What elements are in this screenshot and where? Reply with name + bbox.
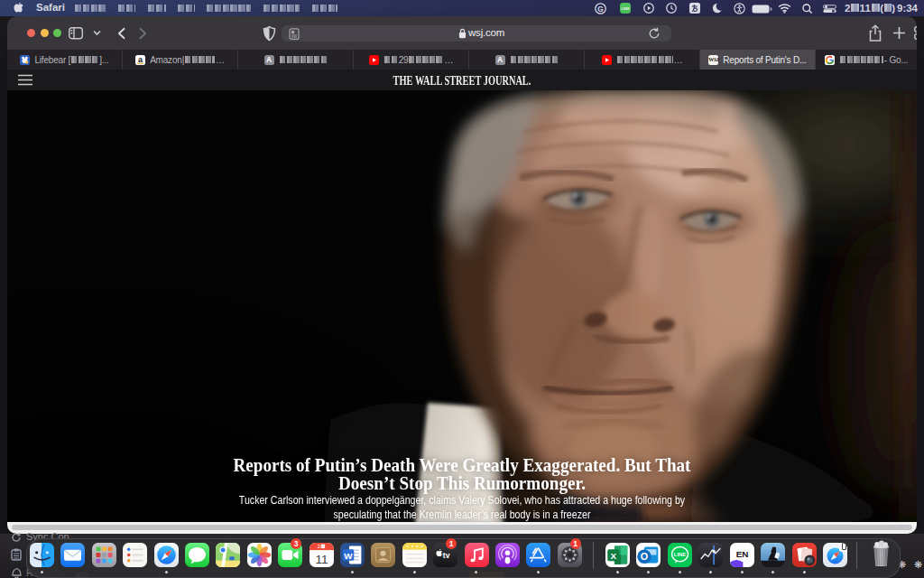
svg-text:2: 2 — [317, 544, 319, 549]
svg-text:tv: tv — [443, 551, 450, 560]
svg-text:EN: EN — [735, 549, 748, 559]
svg-text:O: O — [641, 551, 648, 562]
svg-text:a: a — [138, 55, 143, 64]
svg-text:LINE: LINE — [673, 552, 685, 557]
svg-text:LINE: LINE — [621, 6, 629, 11]
svg-text:11: 11 — [315, 553, 328, 566]
svg-text:X: X — [610, 551, 616, 561]
svg-text:W: W — [344, 551, 353, 561]
svg-text:G: G — [597, 5, 603, 13]
